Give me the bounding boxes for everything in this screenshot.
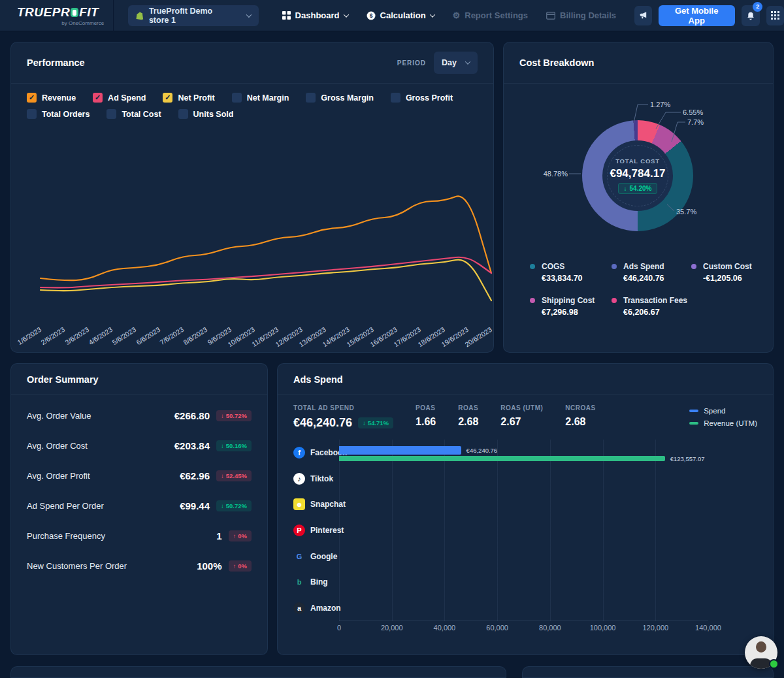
nav-item-report-settings[interactable]: ⚙ Report Settings	[453, 10, 528, 20]
metric-checkbox[interactable]: ✓	[93, 93, 103, 103]
avatar-head	[756, 641, 766, 653]
metric-label: Total Cost	[122, 110, 161, 119]
metric-checkbox[interactable]: ✓	[163, 93, 172, 103]
bar-legend-spend: Spend	[689, 407, 757, 415]
x-axis-tick: 120,000	[642, 624, 668, 632]
dashboard-grid-icon	[282, 11, 291, 20]
platform-bars: €46,240.76€123,557.07	[339, 440, 708, 466]
metric-toggle-ad-spend[interactable]: ✓Ad Spend	[93, 93, 146, 103]
amazon-icon: a	[293, 602, 305, 614]
metric-label: Units Sold	[193, 110, 234, 119]
metric-checkbox[interactable]	[306, 93, 316, 103]
announcements-button[interactable]	[634, 6, 652, 25]
nav-label: Calculation	[380, 10, 426, 20]
nav-label: Report Settings	[465, 10, 528, 20]
online-status-dot	[769, 659, 779, 669]
change-percent: 50.72%	[226, 502, 247, 509]
navbar-divider	[113, 0, 114, 31]
x-axis-tick: 100,000	[590, 624, 616, 632]
metric-label: Total Orders	[42, 110, 90, 119]
apps-menu-button[interactable]	[766, 6, 784, 25]
legend-dot	[612, 298, 617, 303]
nav-item-calculation[interactable]: $ Calculation	[367, 10, 434, 20]
performance-header: Performance PERIOD Day	[11, 42, 493, 84]
stat-value: 2.68	[565, 416, 585, 428]
ads-stat-roas: ROAS2.68	[458, 404, 478, 428]
metric-value: 100%	[197, 560, 221, 572]
store-name: TrueProfit Demo store 1	[149, 7, 233, 25]
platform-tiktok: ♪Tiktok	[293, 466, 339, 492]
change-percent: 0%	[238, 532, 247, 540]
metric-toggle-revenue[interactable]: ✓Revenue	[27, 93, 76, 103]
billing-card-icon	[546, 12, 555, 20]
ads-spend-header: Ads Spend	[278, 364, 773, 395]
notification-count-badge: 2	[753, 2, 762, 12]
ads-spend-panel: Ads Spend TOTAL AD SPEND€46,240.76↓54.71…	[277, 363, 774, 655]
metric-value-group: €266.80↓50.72%	[174, 410, 252, 421]
nav-label: Dashboard	[295, 10, 340, 20]
stat-label: ROAS	[458, 404, 478, 412]
logo-arrow-icon: ↑	[37, 6, 42, 16]
logo-subtitle: by OneCommerce	[17, 20, 113, 26]
platform-name: Tiktok	[310, 474, 333, 483]
order-summary-row: Avg. Order Value€266.80↓50.72%	[27, 400, 252, 430]
performance-panel: Performance PERIOD Day ✓Revenue✓Ad Spend…	[10, 42, 494, 353]
metric-toggle-total-cost[interactable]: Total Cost	[106, 109, 161, 119]
metric-checkbox[interactable]	[106, 109, 116, 119]
period-select[interactable]: Day	[434, 52, 478, 74]
ads-stat-poas: POAS1.66	[416, 404, 436, 428]
metric-toggle-total-orders[interactable]: Total Orders	[27, 109, 90, 119]
chevron-down-icon	[246, 12, 252, 17]
change-badge: ↓50.16%	[216, 440, 252, 451]
metric-name: Ad Spend Per Order	[27, 501, 104, 511]
ads-row-facebook: fFacebook€46,240.76€123,557.07	[293, 440, 708, 466]
support-chat-widget[interactable]	[745, 636, 777, 669]
gear-icon: ⚙	[453, 11, 461, 20]
donut-callout-cogs: 35.7%	[676, 208, 696, 216]
metric-value-group: €62.96↓52.45%	[180, 470, 252, 481]
bar-legend-revenue-utm-: Revenue (UTM)	[689, 419, 757, 427]
arrow-down-icon: ↓	[221, 412, 224, 419]
order-summary-row: Avg. Order Profit€62.96↓52.45%	[27, 460, 252, 491]
get-mobile-app-button[interactable]: Get Mobile App	[659, 5, 735, 26]
metric-value-group: 1↑0%	[216, 530, 252, 541]
stat-value-row: €46,240.76↓54.71%	[293, 416, 393, 430]
metric-checkbox[interactable]: ✓	[27, 93, 37, 103]
facebook-icon: f	[293, 447, 305, 459]
revenue-bar	[339, 456, 665, 461]
change-badge: ↑0%	[229, 560, 252, 572]
cost-name: Custom Cost	[703, 262, 752, 271]
cost-legend-item-shipping-cost: Shipping Cost€7,296.98	[530, 296, 612, 317]
donut-callout-ads-spend: 48.78%	[530, 170, 568, 178]
platform-bars	[339, 491, 708, 517]
stat-value-row: 2.67	[500, 416, 543, 428]
metric-toggle-net-margin[interactable]: Net Margin	[232, 93, 289, 103]
metric-toggle-units-sold[interactable]: Units Sold	[178, 109, 234, 119]
series-line-net-profit	[41, 260, 491, 300]
platform-amazon: aAmazon	[293, 595, 339, 621]
store-selector[interactable]: TrueProfit Demo store 1	[128, 5, 258, 26]
cost-legend-head: Transaction Fees	[612, 296, 691, 305]
stat-value-row: 2.68	[458, 416, 478, 428]
change-badge: ↓54.71%	[358, 417, 393, 428]
nav-item-dashboard[interactable]: Dashboard	[282, 10, 348, 20]
x-axis-tick: 140,000	[695, 624, 721, 632]
change-badge: ↑0%	[229, 530, 252, 541]
stat-label: ROAS (UTM)	[500, 404, 543, 412]
platform-pinterest: PPinterest	[293, 517, 339, 543]
bing-icon: b	[293, 576, 305, 588]
metric-toggle-net-profit[interactable]: ✓Net Profit	[163, 93, 214, 103]
metric-toggle-gross-profit[interactable]: Gross Profit	[391, 93, 453, 103]
cost-value: €33,834.70	[542, 274, 612, 283]
x-axis-tick: 40,000	[434, 624, 456, 632]
cost-legend-item-transaction-fees: Transaction Fees€6,206.67	[612, 296, 691, 317]
metric-checkbox[interactable]	[232, 93, 242, 103]
metric-toggle-gross-margin[interactable]: Gross Margin	[306, 93, 374, 103]
nav-item-billing-details[interactable]: Billing Details	[546, 10, 616, 20]
metric-checkbox[interactable]	[27, 109, 37, 119]
notifications-button[interactable]: 2	[742, 5, 760, 26]
metric-checkbox[interactable]	[391, 93, 400, 103]
metric-checkbox[interactable]	[178, 109, 188, 119]
chevron-down-icon	[343, 12, 348, 17]
trueprofit-logo[interactable]: TRUEPRFIT ↑ by OneCommerce	[0, 5, 113, 26]
